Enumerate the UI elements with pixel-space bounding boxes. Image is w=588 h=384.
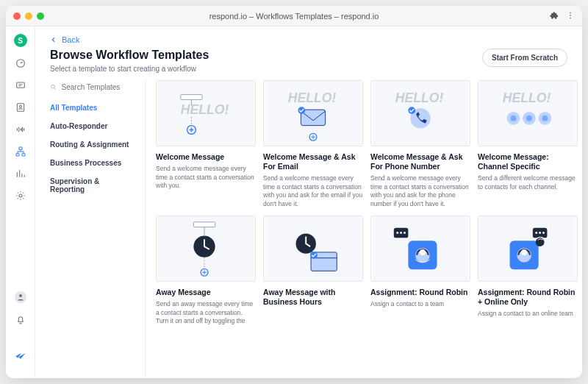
window-title: respond.io – Workflows Templates – respo…: [6, 12, 582, 21]
search-icon: [50, 83, 57, 91]
svg-point-61: [420, 249, 426, 255]
workflows-icon[interactable]: [15, 146, 26, 157]
filter-all-templates[interactable]: All Templates: [50, 99, 135, 117]
svg-text:HELLO!: HELLO!: [181, 102, 229, 117]
user-avatar[interactable]: [15, 291, 26, 303]
contacts-icon[interactable]: [15, 102, 26, 113]
svg-point-2: [570, 17, 571, 18]
template-card[interactable]: HELLO! Welcome Message & Ask For Email S…: [263, 80, 363, 208]
brand-check-icon: [15, 350, 26, 363]
template-title: Away Message: [156, 288, 256, 297]
template-desc: Assign a contact to an online team: [478, 310, 578, 318]
svg-point-12: [19, 294, 22, 297]
svg-point-69: [521, 249, 527, 255]
filter-business-processes[interactable]: Business Processes: [50, 154, 135, 172]
template-desc: Assign a contact to a team: [370, 300, 470, 308]
svg-point-39: [526, 115, 532, 121]
svg-text:HELLO!: HELLO!: [288, 90, 337, 105]
messages-icon[interactable]: [15, 79, 26, 91]
reports-icon[interactable]: [15, 168, 26, 179]
filter-routing-assignment[interactable]: Routing & Assignment: [50, 135, 135, 154]
template-thumb: HELLO!: [478, 80, 578, 146]
svg-rect-42: [193, 222, 215, 227]
template-card[interactable]: Away Message Send an away message every …: [156, 216, 256, 326]
template-grid: HELLO! Welcome Message Sen: [156, 80, 578, 326]
search-box[interactable]: [50, 80, 135, 99]
template-title: Away Message with Business Hours: [263, 288, 363, 307]
svg-point-1: [570, 15, 571, 16]
svg-rect-10: [22, 154, 25, 156]
template-card[interactable]: Away Message with Business Hours: [263, 216, 363, 326]
filter-supervision-reporting[interactable]: Supervision & Reporting: [50, 172, 135, 199]
svg-rect-8: [19, 147, 22, 149]
svg-point-38: [511, 115, 517, 121]
template-desc: Send a different welcome message to cont…: [478, 174, 578, 191]
template-thumb: HELLO!: [156, 80, 256, 146]
template-card[interactable]: HELLO! Welcome Message Sen: [156, 80, 256, 208]
titlebar: respond.io – Workflows Templates – respo…: [6, 6, 582, 26]
svg-text:HELLO!: HELLO!: [503, 90, 551, 105]
template-card[interactable]: HELLO! Welcome Message: Channel Specific: [478, 80, 578, 208]
template-title: Assignment: Round Robin: [370, 288, 470, 297]
template-title: Welcome Message & Ask For Phone Number: [370, 152, 470, 171]
template-card[interactable]: Assignment: Round Robin + Online Only As…: [478, 216, 578, 326]
template-thumb: HELLO!: [263, 80, 363, 146]
svg-point-25: [298, 107, 305, 114]
template-card[interactable]: Assignment: Round Robin Assign a contact…: [370, 216, 470, 326]
svg-point-0: [570, 12, 571, 13]
svg-point-53: [310, 252, 318, 259]
back-label: Back: [62, 35, 79, 44]
template-thumb: [263, 216, 363, 282]
template-thumb: [156, 216, 256, 282]
svg-point-32: [408, 107, 415, 114]
template-title: Welcome Message: [156, 152, 256, 162]
svg-rect-16: [181, 95, 202, 100]
template-desc: Send a welcome message every time a cont…: [156, 165, 256, 190]
svg-text:HELLO!: HELLO!: [395, 90, 444, 105]
svg-point-64: [535, 232, 537, 234]
search-input[interactable]: [62, 83, 135, 91]
svg-point-57: [400, 232, 402, 234]
template-desc: Send a welcome message every time a cont…: [370, 174, 470, 208]
template-thumb: [370, 216, 470, 282]
extension-icon[interactable]: [550, 10, 559, 23]
template-card[interactable]: HELLO! Welcome Message & Ask For Phone N…: [370, 80, 470, 208]
broadcast-icon[interactable]: [15, 124, 26, 135]
nav-rail: S: [6, 26, 35, 378]
template-thumb: HELLO!: [370, 80, 470, 146]
template-desc: Send a welcome message every time a cont…: [263, 174, 363, 208]
svg-point-58: [404, 232, 406, 234]
svg-point-6: [19, 105, 21, 107]
svg-point-11: [19, 194, 22, 197]
svg-rect-4: [16, 82, 24, 88]
svg-point-56: [396, 232, 398, 234]
template-title: Assignment: Round Robin + Online Only: [478, 288, 578, 307]
notifications-icon[interactable]: [15, 313, 26, 325]
template-desc: Send an away message every time a contac…: [156, 300, 256, 325]
page-subtitle: Select a template to start creating a wo…: [50, 65, 209, 73]
page-title: Browse Workflow Templates: [50, 49, 209, 62]
template-thumb: [478, 216, 578, 282]
svg-point-66: [542, 232, 545, 234]
back-button[interactable]: Back: [50, 35, 567, 44]
menu-dots-icon[interactable]: [566, 10, 575, 23]
start-from-scratch-button[interactable]: Start From Scratch: [482, 49, 567, 67]
filter-auto-responder[interactable]: Auto-Responder: [50, 117, 135, 135]
svg-rect-9: [16, 154, 19, 156]
settings-icon[interactable]: [15, 190, 26, 202]
template-title: Welcome Message: Channel Specific: [478, 152, 578, 171]
svg-point-65: [539, 232, 541, 234]
svg-point-13: [51, 85, 55, 88]
filter-sidebar: All Templates Auto-Responder Routing & A…: [50, 80, 146, 378]
svg-point-40: [542, 115, 548, 121]
workspace-avatar[interactable]: S: [14, 34, 27, 47]
dashboard-icon[interactable]: [15, 57, 26, 69]
template-title: Welcome Message & Ask For Email: [263, 152, 363, 171]
